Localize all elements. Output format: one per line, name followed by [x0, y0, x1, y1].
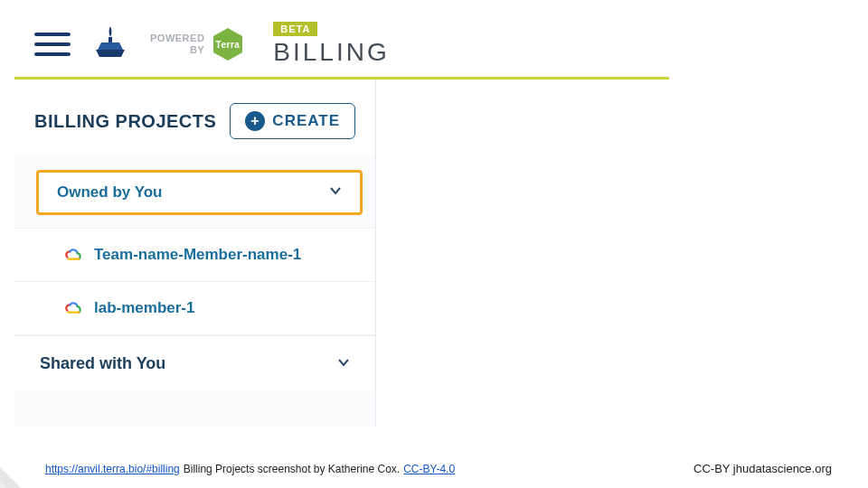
topbar: POWERED BY Terra BETA BILLING: [14, 11, 669, 80]
create-button-label: CREATE: [272, 112, 340, 130]
attribution-url-link[interactable]: https://anvil.terra.bio/#billing: [45, 463, 180, 475]
sidebar: BILLING PROJECTS + CREATE Owned by You: [14, 80, 376, 427]
project-name: lab-member-1: [94, 299, 194, 317]
corner-watermark-icon: [0, 444, 44, 488]
google-cloud-icon: [63, 245, 83, 265]
ccby-footer: CC-BY jhudatascience.org: [693, 462, 832, 475]
section-shared-with-you[interactable]: Shared with You: [14, 335, 375, 391]
section-owned-label: Owned by You: [57, 183, 163, 202]
attribution: https://anvil.terra.bio/#billing Billing…: [45, 463, 455, 475]
attribution-license-link[interactable]: CC-BY-4.0: [403, 463, 455, 475]
menu-icon[interactable]: [34, 33, 71, 56]
sidebar-header: BILLING PROJECTS + CREATE: [14, 80, 375, 155]
svg-rect-0: [108, 37, 112, 42]
powered-by: POWERED BY Terra: [150, 26, 246, 62]
section-shared-label: Shared with You: [40, 354, 165, 373]
project-name: Team-name-Member-name-1: [94, 246, 301, 264]
plus-icon: +: [245, 111, 265, 131]
attribution-caption: Billing Projects screenshot by Katherine…: [184, 463, 400, 475]
main-pane: [376, 80, 669, 427]
chevron-down-icon: [337, 356, 350, 372]
chevron-down-icon: [329, 184, 342, 201]
page-title: BILLING: [273, 38, 389, 67]
powered-line2: BY: [150, 44, 204, 55]
project-item[interactable]: Team-name-Member-name-1: [14, 228, 375, 282]
powered-line1: POWERED: [150, 33, 204, 43]
svg-text:Terra: Terra: [216, 40, 241, 50]
section-owned-by-you[interactable]: Owned by You: [36, 170, 363, 215]
anvil-logo: [89, 23, 132, 66]
app-frame: POWERED BY Terra BETA BILLING BILLING PR…: [14, 11, 669, 427]
beta-badge: BETA: [273, 22, 317, 36]
google-cloud-icon: [63, 298, 83, 318]
create-button[interactable]: + CREATE: [230, 103, 355, 139]
page-title-wrap: BETA BILLING: [273, 22, 389, 67]
content: BILLING PROJECTS + CREATE Owned by You: [14, 80, 669, 427]
terra-logo-icon: Terra: [210, 26, 246, 62]
sidebar-title: BILLING PROJECTS: [34, 111, 216, 132]
project-item[interactable]: lab-member-1: [14, 281, 375, 335]
